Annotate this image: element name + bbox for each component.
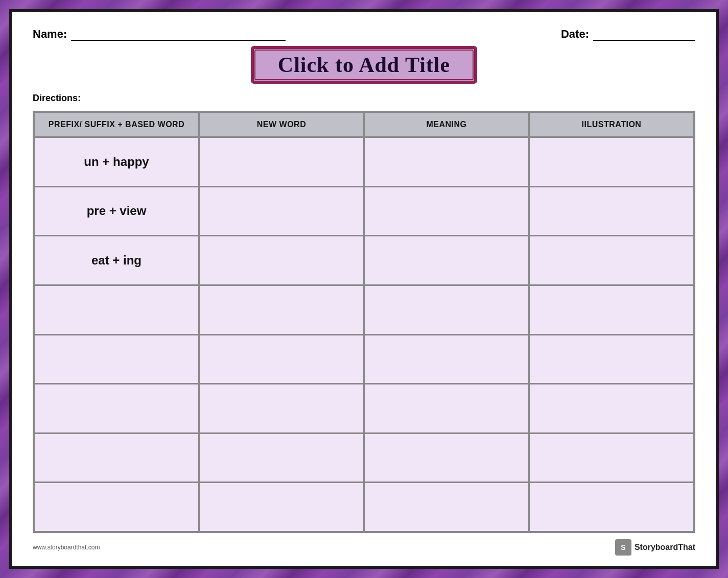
table-cell-5-0[interactable] xyxy=(35,384,198,432)
table-cell-6-3[interactable] xyxy=(530,434,693,482)
footer-row: www.storyboardthat.com S StoryboardThat xyxy=(33,537,695,556)
table-cell-3-2[interactable] xyxy=(365,286,528,334)
table-cell-4-3[interactable] xyxy=(530,335,693,383)
name-label: Name: xyxy=(33,28,67,41)
table-cell-0-1[interactable] xyxy=(200,138,363,186)
table-cell-2-3[interactable] xyxy=(530,236,693,284)
directions-label: Directions: xyxy=(33,93,695,104)
name-line[interactable] xyxy=(71,29,286,41)
date-field: Date: xyxy=(561,28,695,41)
table-cell-2-0[interactable]: eat + ing xyxy=(35,236,198,284)
title-box[interactable]: Click to Add Title xyxy=(251,46,477,84)
table-cell-0-3[interactable] xyxy=(530,138,693,186)
table-cell-7-0[interactable] xyxy=(35,483,198,531)
table-header: PREFIX/ SUFFIX + BASED WORD NEW WORD MEA… xyxy=(35,113,693,136)
table-cell-4-2[interactable] xyxy=(365,335,528,383)
table-cell-7-3[interactable] xyxy=(530,483,693,531)
table-cell-3-3[interactable] xyxy=(530,286,693,334)
name-field: Name: xyxy=(33,28,286,41)
table-row[interactable] xyxy=(35,335,693,383)
table-cell-2-1[interactable] xyxy=(200,236,363,284)
table-cell-2-2[interactable] xyxy=(365,236,528,284)
header-row: Name: Date: xyxy=(33,28,695,41)
inner-border: Name: Date: Click to Add Title Direction… xyxy=(9,9,719,569)
table-cell-7-2[interactable] xyxy=(365,483,528,531)
col-header-1: NEW WORD xyxy=(200,113,363,136)
table-body: un + happypre + vieweat + ing xyxy=(35,138,693,531)
date-line[interactable] xyxy=(593,29,695,41)
table-cell-4-0[interactable] xyxy=(35,335,198,383)
title-container: Click to Add Title xyxy=(33,46,695,84)
table-row[interactable] xyxy=(35,483,693,531)
table-cell-1-3[interactable] xyxy=(530,187,693,235)
table-row[interactable] xyxy=(35,434,693,482)
table-cell-4-1[interactable] xyxy=(200,335,363,383)
outer-border: Name: Date: Click to Add Title Direction… xyxy=(0,0,728,578)
table-row[interactable]: eat + ing xyxy=(35,236,693,284)
logo-text: StoryboardThat xyxy=(635,543,695,552)
table-cell-1-2[interactable] xyxy=(365,187,528,235)
table-cell-6-1[interactable] xyxy=(200,434,363,482)
table-cell-0-2[interactable] xyxy=(365,138,528,186)
table-cell-3-0[interactable] xyxy=(35,286,198,334)
table-cell-1-0[interactable]: pre + view xyxy=(35,187,198,235)
logo-icon: S xyxy=(615,539,631,556)
table-cell-7-1[interactable] xyxy=(200,483,363,531)
footer-url: www.storyboardthat.com xyxy=(33,544,100,551)
date-label: Date: xyxy=(561,28,589,41)
table-cell-5-2[interactable] xyxy=(365,384,528,432)
table-row[interactable]: un + happy xyxy=(35,138,693,186)
table-row[interactable]: pre + view xyxy=(35,187,693,235)
table-cell-5-3[interactable] xyxy=(530,384,693,432)
table-cell-0-0[interactable]: un + happy xyxy=(35,138,198,186)
footer-logo: S StoryboardThat xyxy=(615,539,695,556)
col-header-0: PREFIX/ SUFFIX + BASED WORD xyxy=(35,113,198,136)
table-cell-1-1[interactable] xyxy=(200,187,363,235)
table-cell-3-1[interactable] xyxy=(200,286,363,334)
table-cell-6-0[interactable] xyxy=(35,434,198,482)
main-table: PREFIX/ SUFFIX + BASED WORD NEW WORD MEA… xyxy=(33,111,695,533)
table-cell-6-2[interactable] xyxy=(365,434,528,482)
table-row[interactable] xyxy=(35,286,693,334)
col-header-3: IILUSTRATION xyxy=(530,113,693,136)
col-header-2: MEANING xyxy=(365,113,528,136)
table-row[interactable] xyxy=(35,384,693,432)
title-text[interactable]: Click to Add Title xyxy=(278,53,450,77)
table-cell-5-1[interactable] xyxy=(200,384,363,432)
